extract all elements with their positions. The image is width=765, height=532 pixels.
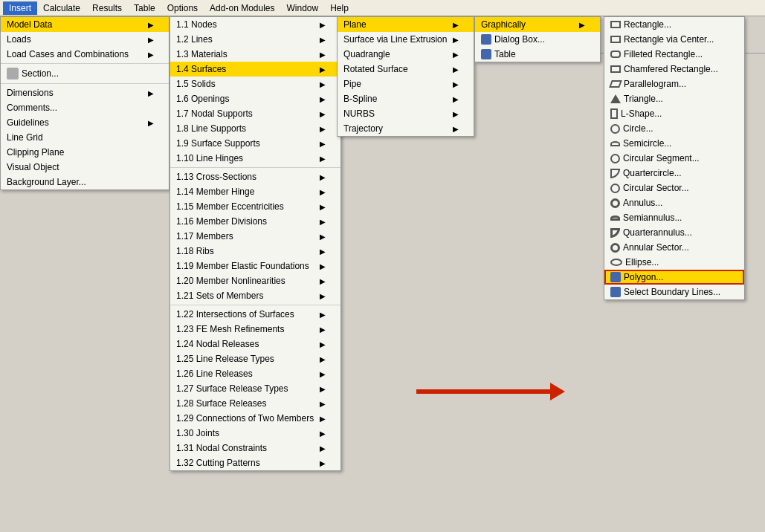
graph-item-circular-sector[interactable]: Circular Sector... [604,181,744,195]
sub-item-solids[interactable]: 1.5 Solids ▶ [170,77,340,91]
sub-item-member-hinge[interactable]: 1.14 Member Hinge ▶ [170,184,340,199]
surf-item-rotated[interactable]: Rotated Surface ▶ [338,62,474,77]
sub-item-surfaces[interactable]: 1.4 Surfaces ▶ [170,62,340,77]
graph-item-quarterannulus[interactable]: Quarterannulus... [604,225,744,240]
menu-help[interactable]: Help [324,1,355,15]
menu-results[interactable]: Results [86,1,128,15]
graph-item-select-boundary[interactable]: Select Boundary Lines... [604,285,744,299]
menu-item-loads[interactable]: Loads ▶ [1,32,169,47]
graph-item-parallelogram[interactable]: Parallelogram... [604,77,744,91]
sub-item-nodes[interactable]: 1.1 Nodes ▶ [170,17,340,32]
graph-item-filleted-rectangle[interactable]: Filleted Rectangle... [604,47,744,62]
menu-window[interactable]: Window [281,1,325,15]
graph-item-chamfered-rectangle[interactable]: Chamfered Rectangle... [604,62,744,77]
sub-item-cross-sections[interactable]: 1.13 Cross-Sections ▶ [170,169,340,184]
submenu-graphically: Rectangle... Rectangle via Center... Fil… [604,16,745,300]
graph-item-circle[interactable]: Circle... [604,121,744,136]
sub-item-surface-release-types[interactable]: 1.27 Surface Release Types ▶ [170,381,340,396]
sub-item-ribs[interactable]: 1.18 Ribs ▶ [170,244,340,259]
menu-addon[interactable]: Add-on Modules [204,1,280,15]
sub-item-openings[interactable]: 1.6 Openings ▶ [170,91,340,106]
sub-item-member-divisions[interactable]: 1.16 Member Divisions ▶ [170,214,340,229]
surf-item-quadrangle[interactable]: Quadrangle ▶ [338,47,474,62]
menu-item-section[interactable]: Section... [1,65,169,82]
graph-item-semiannulus[interactable]: Semiannulus... [604,210,744,225]
graph-item-l-shape[interactable]: L-Shape... [604,106,744,121]
sub-item-connections-two[interactable]: 1.29 Connections of Two Members ▶ [170,411,340,426]
arrow-head [550,383,565,400]
graph-item-rectangle-center[interactable]: Rectangle via Center... [604,32,744,47]
graph-item-ellipse[interactable]: Ellipse... [604,255,744,270]
sub-item-nodal-constraints[interactable]: 1.31 Nodal Constraints ▶ [170,441,340,455]
sub-item-joints[interactable]: 1.30 Joints ▶ [170,426,340,441]
sub-item-member-nonlin[interactable]: 1.20 Member Nonlinearities ▶ [170,273,340,288]
surf-item-pipe[interactable]: Pipe ▶ [338,77,474,91]
sub-item-lines[interactable]: 1.2 Lines ▶ [170,32,340,47]
arrow-shaft [416,389,550,394]
arrow-indicator [416,383,565,400]
semicircle-icon [610,141,620,146]
surf-item-plane[interactable]: Plane ▶ [338,17,474,32]
plane-item-table[interactable]: Table [475,47,600,62]
chamfered-rectangle-icon [610,65,621,73]
plane-item-dialog-box[interactable]: Dialog Box... [475,32,600,47]
menu-item-background-layer[interactable]: Background Layer... [1,175,169,189]
graph-item-polygon[interactable]: Polygon... [604,270,744,285]
menu-item-comments[interactable]: Comments... [1,100,169,115]
menubar: Insert Calculate Results Table Options A… [0,0,765,16]
menu-item-model-data[interactable]: Model Data ▶ [1,17,169,32]
menu-calculate[interactable]: Calculate [37,1,86,15]
menu-options[interactable]: Options [161,1,204,15]
select-boundary-icon [610,287,621,297]
menu-insert-dropdown: Model Data ▶ Loads ▶ Load Cases and Comb… [0,16,170,190]
ellipse-icon [610,259,622,266]
graph-item-rectangle[interactable]: Rectangle... [604,17,744,32]
graph-item-circular-segment[interactable]: Circular Segment... [604,151,744,166]
sub-item-sets-members[interactable]: 1.21 Sets of Members ▶ [170,288,340,303]
sub-item-members[interactable]: 1.17 Members ▶ [170,229,340,244]
sub-item-line-supports[interactable]: 1.8 Line Supports ▶ [170,121,340,136]
section-icon [7,68,19,80]
sub-item-surface-supports[interactable]: 1.9 Surface Supports ▶ [170,136,340,151]
menu-item-dimensions[interactable]: Dimensions ▶ [1,85,169,100]
sub-item-cutting-patterns[interactable]: 1.32 Cutting Patterns ▶ [170,455,340,470]
menu-insert[interactable]: Insert [3,1,37,15]
sub-item-nodal-releases[interactable]: 1.24 Nodal Releases ▶ [170,337,340,351]
sub-item-member-elastic[interactable]: 1.19 Member Elastic Foundations ▶ [170,259,340,273]
sub-item-materials[interactable]: 1.3 Materials ▶ [170,47,340,62]
sep-model-1 [170,167,340,168]
submenu-plane: Graphically ▶ Dialog Box... Table [474,16,601,62]
menu-item-line-grid[interactable]: Line Grid [1,130,169,145]
rectangle-icon [610,21,621,28]
sub-item-line-release-types[interactable]: 1.25 Line Release Types ▶ [170,351,340,366]
sub-item-member-eccentricities[interactable]: 1.15 Member Eccentricities ▶ [170,199,340,214]
triangle-icon [610,94,621,103]
sub-item-intersections[interactable]: 1.22 Intersections of Surfaces ▶ [170,307,340,322]
annular-sector-icon [610,243,620,253]
surf-item-b-spline[interactable]: B-Spline ▶ [338,91,474,106]
sub-item-surface-releases[interactable]: 1.28 Surface Releases ▶ [170,396,340,411]
sub-item-line-releases[interactable]: 1.26 Line Releases ▶ [170,366,340,381]
annulus-icon [610,198,620,208]
menu-table[interactable]: Table [128,1,161,15]
graph-item-semicircle[interactable]: Semicircle... [604,136,744,151]
menu-item-guidelines[interactable]: Guidelines ▶ [1,115,169,130]
menu-item-load-cases[interactable]: Load Cases and Combinations ▶ [1,47,169,62]
graph-item-annular-sector[interactable]: Annular Sector... [604,240,744,255]
menu-item-visual-object[interactable]: Visual Object [1,160,169,175]
menu-item-clipping-plane[interactable]: Clipping Plane [1,145,169,160]
graph-item-triangle[interactable]: Triangle... [604,91,744,106]
separator-2 [1,83,169,84]
sub-item-nodal-supports[interactable]: 1.7 Nodal Supports ▶ [170,106,340,121]
rectangle-center-icon [610,36,621,43]
quartercircle-icon [610,169,620,178]
sub-item-fe-mesh[interactable]: 1.23 FE Mesh Refinements ▶ [170,322,340,337]
graph-item-annulus[interactable]: Annulus... [604,195,744,210]
surf-item-via-line[interactable]: Surface via Line Extrusion ▶ [338,32,474,47]
plane-item-graphically[interactable]: Graphically ▶ [475,17,600,32]
surf-item-nurbs[interactable]: NURBS ▶ [338,106,474,121]
surf-item-trajectory[interactable]: Trajectory ▶ [338,121,474,136]
semiannulus-icon [610,215,620,221]
sub-item-line-hinges[interactable]: 1.10 Line Hinges ▶ [170,151,340,166]
graph-item-quartercircle[interactable]: Quartercircle... [604,166,744,181]
